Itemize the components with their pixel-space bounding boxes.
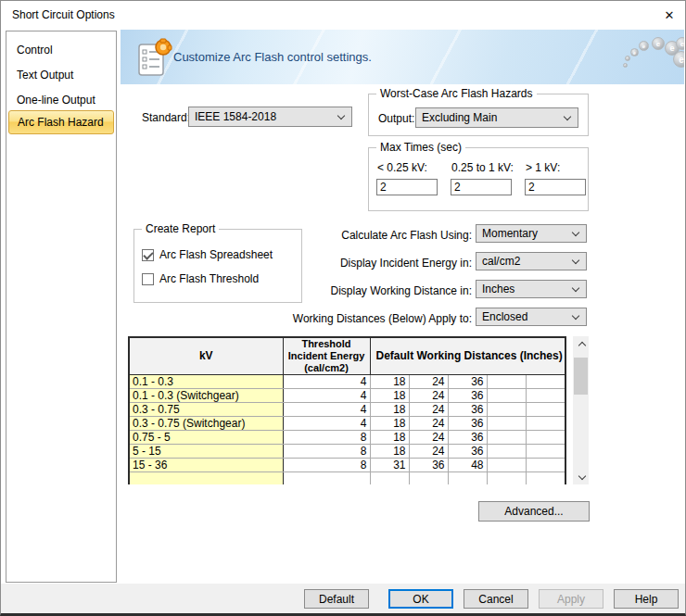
value-cell[interactable]	[526, 430, 565, 444]
calc-using-combobox[interactable]: Momentary	[476, 224, 587, 243]
kv-range-cell[interactable]: 0.1 - 0.3 (Switchgear)	[129, 388, 283, 402]
kv-range-cell[interactable]: 0.1 - 0.3	[129, 374, 283, 388]
max-time-025to1-input[interactable]	[451, 179, 512, 195]
kv-range-cell[interactable]: 5 - 15	[129, 444, 283, 458]
bubble-icon: e	[630, 48, 639, 57]
value-cell[interactable]	[526, 471, 565, 484]
table-row[interactable]: 5 - 158182436	[129, 444, 565, 458]
kv-range-cell[interactable]: 0.3 - 0.75	[129, 402, 283, 416]
value-cell[interactable]	[526, 402, 565, 416]
value-cell[interactable]: 18	[370, 444, 409, 458]
default-button[interactable]: Default	[304, 589, 369, 609]
distances-apply-combobox[interactable]: Enclosed	[476, 308, 587, 326]
value-cell[interactable]: 36	[448, 430, 487, 444]
value-cell[interactable]	[526, 388, 565, 402]
value-cell[interactable]: 24	[409, 402, 448, 416]
arc-flash-threshold-label[interactable]: Arc Flash Threshold	[159, 272, 259, 285]
banner-message: Customize Arc Flash control settings.	[173, 50, 372, 64]
kv-range-cell[interactable]: 15 - 36	[129, 458, 283, 471]
table-row[interactable]: 0.3 - 0.75 (Switchgear)4182436	[129, 416, 565, 430]
value-cell[interactable]	[487, 471, 526, 484]
sidebar-item-text-output[interactable]: Text Output	[8, 63, 114, 87]
value-cell[interactable]	[487, 416, 526, 430]
value-cell[interactable]: 18	[370, 402, 409, 416]
table-row[interactable]: 0.1 - 0.3 (Switchgear)4182436	[129, 388, 565, 402]
value-cell[interactable]	[487, 430, 526, 444]
table-row[interactable]: 0.1 - 0.34182436	[129, 374, 565, 388]
value-cell[interactable]	[283, 471, 370, 484]
sidebar-item-arc-flash-hazard[interactable]: Arc Flash Hazard	[8, 110, 114, 134]
value-cell[interactable]: 4	[283, 402, 370, 416]
value-cell[interactable]: 4	[283, 374, 370, 388]
value-cell[interactable]: 24	[409, 444, 448, 458]
value-cell[interactable]	[487, 402, 526, 416]
arc-flash-spreadsheet-checkbox[interactable]	[142, 249, 154, 261]
table-row[interactable]: 0.75 - 58182436	[129, 430, 565, 444]
kv-range-cell[interactable]: 0.75 - 5	[129, 430, 283, 444]
value-cell[interactable]: 24	[409, 374, 448, 388]
value-cell[interactable]: 31	[370, 458, 409, 471]
value-cell[interactable]	[487, 374, 526, 388]
ok-button[interactable]: OK	[388, 589, 453, 609]
help-button[interactable]: Help	[614, 589, 679, 609]
sidebar-item-one-line-output[interactable]: One-line Output	[8, 88, 114, 112]
value-cell[interactable]: 8	[283, 430, 370, 444]
footer-bar: Default OK Cancel Apply Help	[1, 584, 685, 613]
value-cell[interactable]: 4	[283, 416, 370, 430]
bubble-icon: e	[676, 37, 684, 50]
table-header-row: kV Threshold Incident Energy (cal/cm2) D…	[129, 337, 565, 374]
scrollbar-thumb[interactable]	[574, 358, 588, 395]
output-combobox[interactable]: Excluding Main	[415, 107, 578, 128]
table-scrollbar[interactable]	[573, 336, 589, 484]
value-cell[interactable]: 18	[370, 430, 409, 444]
close-button[interactable]: ✕	[654, 1, 685, 29]
apply-button[interactable]: Apply	[539, 589, 603, 609]
window-title: Short Circuit Options	[12, 1, 115, 29]
incident-energy-combobox[interactable]: cal/cm2	[476, 252, 587, 270]
value-cell[interactable]	[487, 458, 526, 471]
value-cell[interactable]: 24	[409, 430, 448, 444]
value-cell[interactable]	[370, 471, 409, 484]
table-row[interactable]: 15 - 368313648	[129, 458, 565, 471]
value-cell[interactable]	[526, 444, 565, 458]
value-cell[interactable]: 18	[370, 374, 409, 388]
value-cell[interactable]	[526, 458, 565, 471]
value-cell[interactable]: 8	[283, 444, 370, 458]
value-cell[interactable]	[409, 471, 448, 484]
scroll-down-button[interactable]	[573, 469, 589, 484]
value-cell[interactable]: 36	[448, 444, 487, 458]
value-cell[interactable]: 36	[448, 388, 487, 402]
scroll-up-button[interactable]	[573, 336, 589, 352]
table-row[interactable]: 0.3 - 0.754182436	[129, 402, 565, 416]
arc-flash-threshold-checkbox[interactable]	[142, 273, 154, 285]
advanced-button[interactable]: Advanced...	[478, 501, 590, 522]
value-cell[interactable]	[487, 388, 526, 402]
value-cell[interactable]	[526, 416, 565, 430]
value-cell[interactable]: 36	[409, 458, 448, 471]
value-cell[interactable]	[487, 444, 526, 458]
value-cell[interactable]: 18	[370, 416, 409, 430]
value-cell[interactable]: 36	[448, 402, 487, 416]
value-cell[interactable]	[448, 471, 487, 484]
value-cell[interactable]: 24	[409, 388, 448, 402]
standard-combobox[interactable]: IEEE 1584-2018	[188, 107, 352, 127]
cancel-button[interactable]: Cancel	[464, 589, 528, 609]
kv-range-cell[interactable]: 0.3 - 0.75 (Switchgear)	[129, 416, 283, 430]
value-cell[interactable]: 8	[283, 458, 370, 471]
max-time-lt025-input[interactable]	[376, 179, 438, 195]
working-distance-combobox[interactable]: Inches	[476, 280, 587, 298]
value-cell[interactable]: 36	[448, 416, 487, 430]
sidebar: Control Text Output One-line Output Arc …	[6, 31, 117, 583]
value-cell[interactable]: 4	[283, 388, 370, 402]
value-cell[interactable]: 48	[448, 458, 487, 471]
threshold-column-header: Threshold Incident Energy (cal/cm2)	[283, 337, 370, 374]
table-row-partial[interactable]	[129, 471, 565, 484]
sidebar-item-control[interactable]: Control	[8, 38, 114, 62]
max-time-gt1-input[interactable]	[525, 179, 586, 195]
value-cell[interactable]	[526, 374, 565, 388]
value-cell[interactable]: 36	[448, 374, 487, 388]
distances-column-header: Default Working Distances (Inches)	[370, 337, 565, 374]
value-cell[interactable]: 24	[409, 416, 448, 430]
kv-range-cell[interactable]	[129, 471, 283, 484]
value-cell[interactable]: 18	[370, 388, 409, 402]
